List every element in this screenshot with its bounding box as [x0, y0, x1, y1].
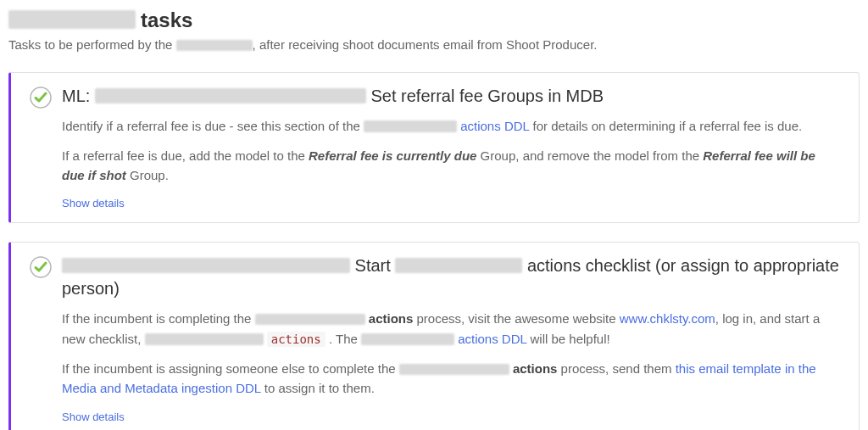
task-paragraph: Identify if a referral fee is due - see … — [62, 116, 840, 136]
page-subtitle: Tasks to be performed by the , after rec… — [8, 36, 860, 55]
redacted-text — [255, 314, 365, 326]
task-paragraph: If the incumbent is completing the actio… — [62, 309, 840, 349]
page-title-suffix: tasks — [141, 8, 192, 32]
redacted-text — [62, 258, 350, 273]
task-title: Start actions checklist (or assign to ap… — [62, 254, 840, 300]
task-card: ML: Set referral fee Groups in MDB Ident… — [8, 72, 860, 224]
actions-ddl-link[interactable]: actions DDL — [458, 332, 526, 346]
redacted-text — [361, 333, 454, 345]
redacted-text — [145, 333, 264, 345]
check-icon — [30, 87, 52, 109]
redacted-text — [395, 258, 522, 273]
chklsty-link[interactable]: www.chklsty.com — [620, 311, 715, 326]
task-card: Start actions checklist (or assign to ap… — [8, 242, 860, 430]
emphasis-text: Referral fee is currently due — [309, 148, 476, 163]
redacted-text — [176, 40, 253, 52]
show-details-link[interactable]: Show details — [62, 410, 125, 423]
task-paragraph: If the incumbent is assigning someone el… — [62, 359, 840, 399]
actions-ddl-link[interactable]: actions DDL — [460, 119, 529, 133]
bold-text: actions — [369, 311, 414, 326]
page-title: tasks — [8, 8, 860, 32]
code-text: actions — [267, 332, 326, 347]
redacted-text — [399, 364, 509, 376]
task-paragraph: If a referral fee is due, add the model … — [62, 146, 840, 186]
redacted-text — [364, 120, 457, 132]
show-details-link[interactable]: Show details — [62, 197, 125, 209]
bold-text: actions — [513, 361, 558, 376]
redacted-text — [8, 10, 136, 29]
check-icon — [30, 256, 52, 278]
redacted-text — [95, 88, 366, 103]
task-title: ML: Set referral fee Groups in MDB — [62, 85, 840, 108]
